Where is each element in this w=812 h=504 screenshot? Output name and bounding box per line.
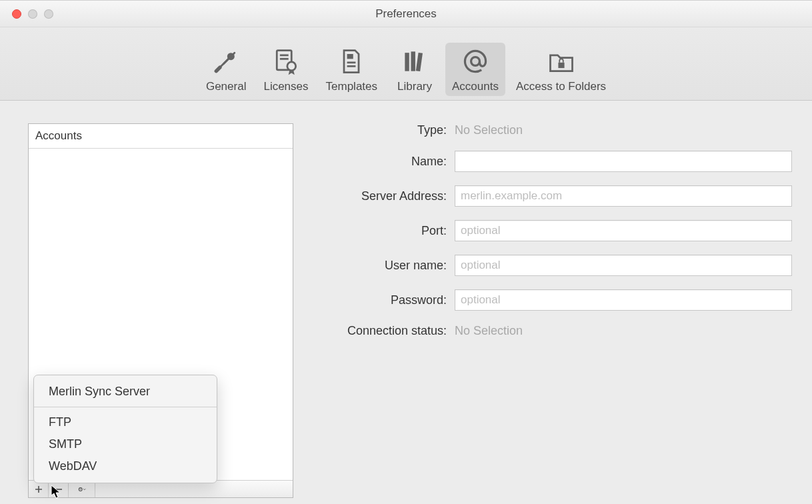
name-label: Name:: [315, 155, 455, 169]
document-icon: [337, 47, 366, 76]
svg-rect-10: [416, 53, 423, 71]
tab-label: Licenses: [263, 80, 308, 93]
accounts-column-header[interactable]: Accounts: [29, 124, 293, 149]
tab-general[interactable]: General: [199, 43, 253, 96]
username-field[interactable]: [455, 255, 792, 276]
name-field[interactable]: [455, 151, 792, 172]
password-field[interactable]: [455, 289, 792, 311]
gear-dropdown-icon: [78, 485, 86, 493]
server-address-field[interactable]: [455, 185, 792, 207]
svg-rect-9: [411, 51, 415, 71]
add-account-menu: Merlin Sync Server FTP SMTP WebDAV: [33, 375, 217, 483]
zoom-window-button[interactable]: [44, 9, 53, 19]
preferences-content: Accounts: [0, 101, 812, 504]
menu-item-webdav[interactable]: WebDAV: [34, 455, 217, 477]
window-controls: [0, 9, 53, 19]
tab-label: General: [206, 80, 246, 93]
tab-label: Access to Folders: [516, 80, 606, 93]
port-label: Port:: [315, 224, 455, 238]
connection-status-label: Connection status:: [315, 324, 455, 338]
tab-label: Library: [397, 80, 432, 93]
folder-lock-icon: [547, 47, 576, 76]
svg-rect-8: [405, 53, 409, 71]
tab-label: Accounts: [452, 80, 499, 93]
close-window-button[interactable]: [12, 9, 21, 19]
svg-point-4: [287, 62, 296, 71]
port-field[interactable]: [455, 220, 792, 241]
window-title: Preferences: [0, 7, 812, 21]
password-label: Password:: [315, 293, 455, 307]
type-value: No Selection: [455, 123, 792, 137]
svg-point-14: [80, 489, 81, 490]
tab-licenses[interactable]: Licenses: [257, 43, 315, 96]
minimize-window-button[interactable]: [28, 9, 37, 19]
svg-point-11: [471, 57, 480, 66]
svg-rect-12: [558, 63, 564, 68]
menu-item-ftp[interactable]: FTP: [34, 411, 217, 433]
books-icon: [400, 47, 429, 76]
at-sign-icon: [461, 47, 490, 76]
menu-item-smtp[interactable]: SMTP: [34, 433, 217, 455]
server-address-label: Server Address:: [315, 189, 455, 203]
certificate-icon: [271, 47, 301, 76]
tab-templates[interactable]: Templates: [319, 43, 384, 96]
menu-item-merlin-sync[interactable]: Merlin Sync Server: [34, 381, 217, 403]
plus-icon: [35, 485, 43, 493]
menu-separator: [34, 407, 217, 407]
preferences-window: Preferences General: [0, 0, 812, 504]
tab-label: Templates: [326, 80, 377, 93]
tab-access-to-folders[interactable]: Access to Folders: [509, 43, 613, 96]
username-label: User name:: [315, 259, 455, 273]
tools-icon: [211, 47, 241, 76]
tab-accounts[interactable]: Accounts: [445, 43, 505, 96]
connection-status-value: No Selection: [455, 324, 792, 338]
account-details-form: Type: No Selection Name: Server Address:…: [293, 123, 792, 498]
accounts-panel: Accounts: [28, 123, 293, 498]
tab-library[interactable]: Library: [388, 43, 441, 96]
svg-rect-5: [347, 54, 353, 59]
preferences-toolbar: General Licenses: [0, 27, 812, 101]
type-label: Type:: [315, 123, 455, 137]
minus-icon: [55, 485, 63, 493]
titlebar: Preferences: [0, 1, 812, 27]
